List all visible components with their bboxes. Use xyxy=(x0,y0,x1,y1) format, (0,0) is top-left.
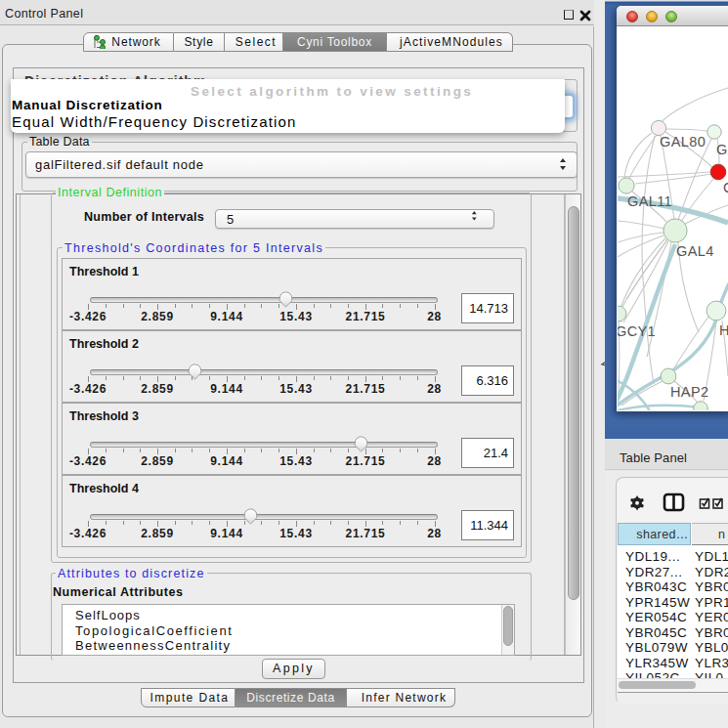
svg-text:H: H xyxy=(719,322,728,338)
svg-text:GA: GA xyxy=(716,142,728,157)
svg-text:GAL80: GAL80 xyxy=(660,134,706,150)
svg-text:C: C xyxy=(723,180,728,195)
svg-text:HAP2: HAP2 xyxy=(670,384,708,400)
svg-text:GAL4: GAL4 xyxy=(676,243,714,259)
svg-text:GAL11: GAL11 xyxy=(627,193,672,209)
svg-text:GCY1: GCY1 xyxy=(618,323,656,339)
